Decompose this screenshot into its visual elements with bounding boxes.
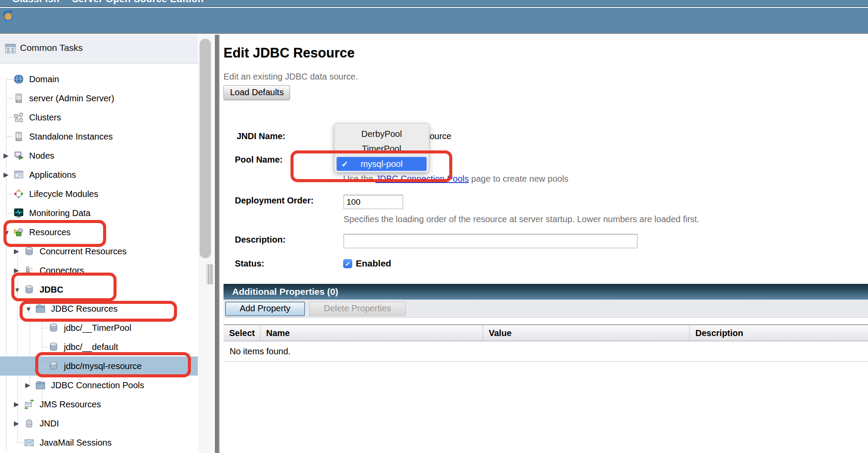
tree-item-nodes[interactable]: ▶Nodes bbox=[0, 146, 198, 165]
tree-item-concurrent-resources[interactable]: ▶Concurrent Resources bbox=[0, 242, 198, 261]
tree-item-label: jdbc/__TimerPool bbox=[64, 323, 131, 333]
deployment-order-help: Specifies the loading order of the resou… bbox=[344, 214, 699, 224]
expand-arrow-icon[interactable]: ▶ bbox=[13, 247, 24, 255]
jdbc-connection-pools-link[interactable]: JDBC Connection Pools bbox=[375, 174, 469, 183]
tree-item-jdbc-default[interactable]: jdbc/__default bbox=[0, 337, 198, 356]
expand-arrow-icon[interactable]: ▶ bbox=[13, 420, 24, 427]
connector-icon bbox=[24, 266, 34, 275]
tree-item-label: Connectors bbox=[40, 266, 84, 276]
common-tasks-header[interactable]: Common Tasks bbox=[0, 35, 198, 63]
tree-icon-wrap bbox=[24, 246, 36, 256]
sync-icon[interactable] bbox=[1, 9, 15, 23]
pool-option-derbypool[interactable]: DerbyPool bbox=[337, 127, 427, 141]
tree-connector bbox=[42, 347, 48, 347]
delete-properties-button[interactable]: Delete Properties bbox=[309, 302, 406, 316]
expand-arrow-icon[interactable]: ▶ bbox=[3, 152, 14, 160]
pool-option-label: mysql-pool bbox=[361, 159, 403, 169]
tree-item-standalone-instances[interactable]: Standalone Instances bbox=[0, 127, 198, 146]
expand-arrow-icon[interactable]: ▶ bbox=[3, 171, 14, 179]
resource-tree: Domainserver (Admin Server)ClustersStand… bbox=[0, 70, 198, 452]
toolbar-banner bbox=[0, 8, 868, 34]
tree-item-jdbc[interactable]: ▼JDBC bbox=[0, 280, 198, 299]
tree-connector bbox=[6, 98, 13, 99]
cluster-icon bbox=[14, 113, 23, 122]
additional-properties-header: Additional Properties (0) bbox=[224, 284, 868, 300]
tree-item-jms-resources[interactable]: ▶JMS Resources bbox=[0, 395, 198, 414]
tree-item-label: Concurrent Resources bbox=[40, 246, 127, 256]
status-label: Status: bbox=[235, 259, 264, 269]
app-title-banner: GlassFish™ Server Open Source Edition bbox=[0, 0, 868, 7]
tree-item-domain[interactable]: Domain bbox=[0, 70, 198, 89]
globe-icon bbox=[14, 74, 23, 84]
tree-icon-wrap bbox=[14, 132, 25, 141]
no-items-text: No items found. bbox=[224, 346, 290, 356]
tree-connector bbox=[42, 366, 48, 366]
tree-connector bbox=[6, 79, 13, 80]
splitter-handle[interactable] bbox=[207, 264, 213, 284]
monitor-icon bbox=[14, 208, 23, 218]
tree-icon-wrap bbox=[24, 419, 36, 428]
pane-splitter[interactable] bbox=[213, 35, 220, 453]
deployment-order-input[interactable] bbox=[344, 195, 403, 209]
tree-item-server-admin-server-[interactable]: server (Admin Server) bbox=[0, 89, 198, 108]
expand-arrow-icon[interactable]: ▶ bbox=[24, 381, 36, 389]
navigation-sidebar: Common Tasks Domainserver (Admin Server)… bbox=[0, 35, 198, 453]
tree-connector bbox=[17, 443, 28, 443]
tree-item-monitoring-data[interactable]: Monitoring Data bbox=[0, 203, 198, 223]
expand-arrow-icon[interactable]: ▶ bbox=[13, 266, 24, 274]
tree-item-connectors[interactable]: ▶Connectors bbox=[0, 261, 198, 280]
properties-toolbar: Add Property Delete Properties bbox=[224, 300, 868, 318]
tree-item-label: JNDI bbox=[40, 419, 59, 429]
expand-arrow-icon[interactable]: ▶ bbox=[13, 400, 24, 408]
sidebar-scrollbar[interactable] bbox=[198, 35, 213, 453]
collapse-arrow-icon[interactable]: ▼ bbox=[13, 286, 24, 293]
tree-item-lifecycle-modules[interactable]: Lifecycle Modules bbox=[0, 184, 198, 203]
pool-help-text: Use the JDBC Connection Pools page to cr… bbox=[343, 174, 568, 184]
add-property-button[interactable]: Add Property bbox=[225, 302, 305, 316]
tree-item-jdbc-connection-pools[interactable]: ▶JDBC Connection Pools bbox=[0, 376, 198, 395]
pool-option-mysql-pool[interactable]: ✓mysql-pool bbox=[337, 157, 427, 171]
tree-item-label: jdbc/mysql-resource bbox=[64, 361, 142, 371]
tree-icon-wrap bbox=[36, 380, 47, 390]
scrollbar-thumb[interactable] bbox=[200, 39, 211, 258]
tree-item-javamail-sessions[interactable]: JavaMail Sessions bbox=[0, 433, 198, 452]
tree-icon-wrap bbox=[14, 208, 25, 218]
db-icon bbox=[49, 342, 58, 352]
common-tasks-label: Common Tasks bbox=[20, 43, 83, 53]
tasks-icon bbox=[5, 44, 16, 53]
tree-item-applications[interactable]: ▶Applications bbox=[0, 165, 198, 184]
page-subtitle: Edit an existing JDBC data source. bbox=[224, 72, 358, 82]
tree-item-label: Resources bbox=[29, 227, 71, 237]
tree-item-label: Lifecycle Modules bbox=[29, 189, 98, 199]
server-icon bbox=[14, 132, 23, 141]
tree-item-jndi[interactable]: ▶JNDI bbox=[0, 414, 198, 433]
collapse-arrow-icon[interactable]: ▼ bbox=[24, 305, 36, 313]
tree-item-resources[interactable]: ▼Resources bbox=[0, 223, 198, 242]
tree-item-label: Domain bbox=[29, 74, 59, 84]
tree-icon-wrap bbox=[14, 113, 25, 122]
tree-item-label: JMS Resources bbox=[40, 400, 101, 410]
status-enabled-checkbox[interactable]: ✓ bbox=[343, 259, 352, 268]
load-defaults-button[interactable]: Load Defaults bbox=[224, 85, 290, 100]
description-input[interactable] bbox=[344, 234, 638, 248]
tree-item-jdbc-timerpool[interactable]: jdbc/__TimerPool bbox=[0, 318, 198, 337]
pool-name-label: Pool Name: bbox=[235, 155, 283, 165]
tree-item-label: JDBC Connection Pools bbox=[51, 380, 144, 390]
tree-item-jdbc-mysql-resource[interactable]: jdbc/mysql-resource bbox=[0, 356, 198, 376]
tree-item-jdbc-resources[interactable]: ▼JDBC Resources bbox=[0, 299, 198, 318]
tree-connector bbox=[42, 328, 48, 328]
server-icon bbox=[14, 93, 23, 103]
db-icon bbox=[24, 246, 34, 256]
pool-option-label: TimerPool bbox=[362, 144, 401, 154]
tree-connector bbox=[6, 137, 13, 137]
properties-empty-row: No items found. bbox=[224, 341, 868, 362]
tree-icon-wrap bbox=[14, 151, 25, 160]
tree-item-clusters[interactable]: Clusters bbox=[0, 108, 198, 127]
tree-connector bbox=[6, 213, 13, 213]
pool-name-dropdown[interactable]: DerbyPoolTimerPool✓mysql-pool bbox=[334, 123, 429, 173]
tree-icon-wrap bbox=[14, 189, 25, 199]
folder-icon bbox=[36, 380, 45, 390]
pool-option-timerpool[interactable]: TimerPool bbox=[337, 142, 427, 156]
collapse-arrow-icon[interactable]: ▼ bbox=[3, 229, 14, 236]
jms-icon bbox=[24, 400, 34, 409]
